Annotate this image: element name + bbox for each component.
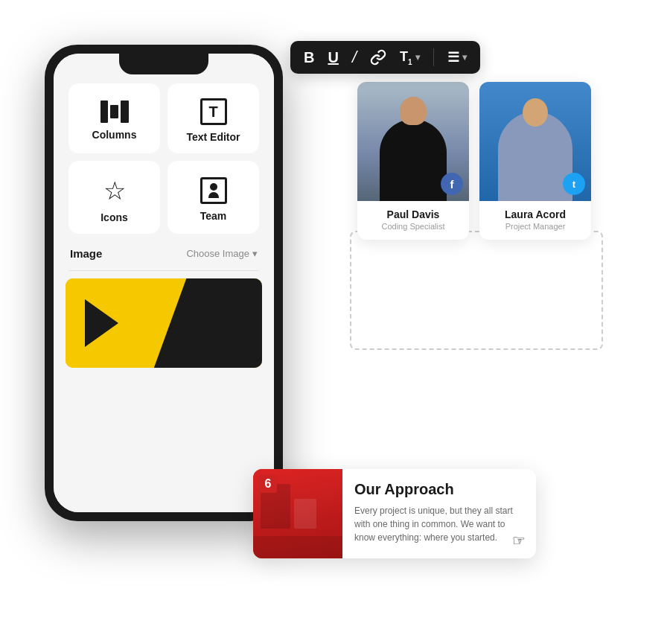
widget-columns[interactable]: Columns	[68, 83, 160, 153]
bold-button[interactable]: B	[304, 50, 314, 65]
phone-notch	[119, 54, 208, 74]
laura-role: Project Manager	[487, 222, 584, 231]
widget-icons[interactable]: ☆ Icons	[68, 161, 160, 234]
team-card-laura: t Laura Acord Project Manager	[479, 82, 591, 240]
star-icon: ☆	[103, 176, 126, 205]
list-icon: ☰	[447, 49, 459, 66]
laura-photo-container: t	[479, 82, 591, 201]
paul-photo-container: f	[357, 82, 469, 201]
choose-image-button[interactable]: Choose Image	[186, 248, 258, 259]
widget-grid: Columns Text Editor ☆ Icons	[66, 83, 262, 234]
laura-name: Laura Acord	[487, 208, 584, 220]
underline-button[interactable]: U	[328, 50, 338, 65]
dashed-placeholder	[350, 231, 603, 350]
preview-content	[66, 278, 262, 368]
link-button[interactable]	[370, 49, 386, 66]
paul-role: Coding Specialist	[365, 222, 462, 231]
team-label: Team	[200, 210, 227, 222]
paul-head	[400, 97, 427, 125]
image-section-header: Image Choose Image	[66, 241, 262, 263]
facebook-icon: f	[450, 178, 454, 191]
toolbar-divider	[433, 48, 434, 66]
laura-info: Laura Acord Project Manager	[479, 201, 591, 240]
team-card-paul: f Paul Davis Coding Specialist	[357, 82, 469, 240]
text-editor-label: Text Editor	[186, 131, 240, 143]
paul-name: Paul Davis	[365, 208, 462, 220]
cursor-icon: ☞	[512, 532, 526, 549]
approach-text-area: Our Approach Every project is unique, bu…	[342, 469, 536, 558]
typography-icon: T1	[400, 49, 412, 66]
approach-number: 6	[259, 475, 277, 493]
scene: Columns Text Editor ☆ Icons	[0, 0, 670, 644]
icons-label: Icons	[100, 211, 128, 223]
list-arrow: ▾	[462, 52, 467, 63]
italic-button[interactable]: /	[352, 49, 357, 66]
typography-button[interactable]: T1 ▾	[400, 49, 420, 66]
typography-arrow: ▾	[415, 52, 420, 63]
divider	[68, 270, 259, 271]
approach-image: 6	[253, 469, 342, 558]
phone-inner: Columns Text Editor ☆ Icons	[54, 54, 274, 512]
columns-icon	[100, 101, 129, 123]
paul-body	[380, 119, 447, 201]
approach-title: Our Approach	[354, 481, 524, 498]
paul-info: Paul Davis Coding Specialist	[357, 201, 469, 240]
phone-preview-image	[66, 278, 262, 368]
phone-screen: Columns Text Editor ☆ Icons	[54, 54, 274, 512]
team-icon	[200, 177, 227, 204]
team-cards-panel: f Paul Davis Coding Specialist t Laura A…	[357, 82, 591, 240]
widget-text-editor[interactable]: Text Editor	[168, 83, 259, 153]
laura-head	[523, 98, 548, 127]
text-editor-toolbar: B U / T1 ▾ ☰ ▾	[290, 41, 480, 74]
widget-team[interactable]: Team	[168, 161, 259, 234]
twitter-icon: t	[572, 179, 575, 190]
columns-label: Columns	[92, 129, 137, 141]
list-button[interactable]: ☰ ▾	[447, 49, 467, 66]
approach-card: 6 Our Approach Every project is unique, …	[253, 469, 536, 558]
text-editor-icon	[200, 98, 227, 125]
image-label: Image	[70, 247, 102, 260]
twitter-badge: t	[563, 173, 585, 195]
approach-description: Every project is unique, but they all st…	[354, 504, 524, 544]
facebook-badge: f	[441, 173, 463, 195]
phone-mockup: Columns Text Editor ☆ Icons	[45, 45, 283, 521]
